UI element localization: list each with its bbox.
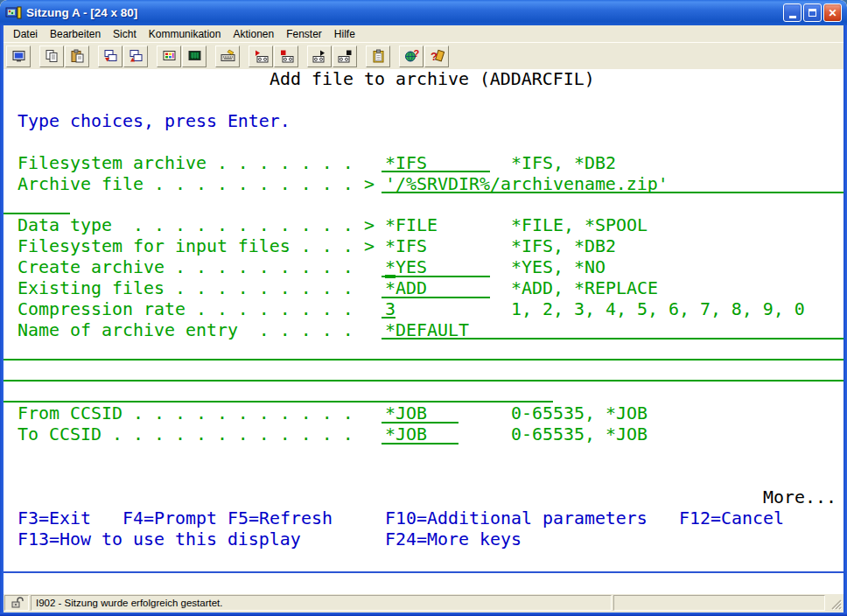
display-setup-button[interactable] bbox=[182, 46, 206, 67]
new-session-icon bbox=[11, 49, 26, 63]
terminal-text: *IFS, *DB2 bbox=[511, 236, 616, 257]
record-macro-icon bbox=[254, 49, 269, 63]
input-field-underline[interactable] bbox=[4, 359, 844, 360]
resize-grip[interactable] bbox=[827, 595, 843, 611]
menu-item-datei[interactable]: Datei bbox=[7, 26, 44, 42]
stop-macro-button[interactable] bbox=[274, 46, 298, 67]
terminal-text: Create archive . . . . . . . . . bbox=[18, 257, 354, 278]
maximize-icon bbox=[808, 9, 816, 17]
help-button[interactable]: ? bbox=[424, 46, 449, 67]
application-window: Sitzung A - [24 x 80] ✕ Datei Bearbeiten… bbox=[0, 0, 847, 616]
title-bar: Sitzung A - [24 x 80] ✕ bbox=[0, 0, 847, 25]
terminal-text: F10=Additional parameters bbox=[385, 508, 648, 529]
terminal-text: Filesystem archive . . . . . . . bbox=[18, 153, 354, 174]
status-bar: I902 - Sitzung wurde erfolgreich gestart… bbox=[4, 594, 844, 612]
terminal-text: 1, 2, 3, 4, 5, 6, 7, 8, 9, 0 bbox=[511, 299, 805, 320]
input-field-underline[interactable] bbox=[4, 380, 844, 382]
terminal-text: > bbox=[364, 215, 374, 236]
minimize-button[interactable] bbox=[783, 4, 802, 22]
terminal-text: Add file to archive (ADDARCFIL) bbox=[270, 69, 595, 90]
window-title: Sitzung A - [24 x 80] bbox=[26, 6, 783, 19]
connection-status-icon bbox=[10, 597, 24, 609]
input-field-underline bbox=[382, 297, 490, 298]
receive-file-button[interactable] bbox=[123, 46, 148, 67]
record-macro-button[interactable] bbox=[248, 46, 273, 67]
terminal-text: F13=How to use this display bbox=[18, 529, 301, 550]
input-field-underline bbox=[382, 443, 458, 444]
send-file-icon bbox=[103, 49, 118, 63]
terminal-text: F12=Cancel bbox=[679, 508, 784, 529]
maximize-button[interactable] bbox=[803, 4, 822, 22]
input-field-underline bbox=[382, 276, 490, 277]
terminal-text: F3=Exit bbox=[18, 508, 91, 529]
window-border-left bbox=[0, 25, 4, 616]
menu-item-aktionen[interactable]: Aktionen bbox=[227, 26, 280, 42]
window-border-right bbox=[844, 25, 847, 616]
send-file-button[interactable] bbox=[98, 46, 122, 67]
terminal-screen[interactable]: Add file to archive (ADDARCFIL)Type choi… bbox=[4, 69, 844, 571]
status-icon-cell bbox=[4, 595, 29, 611]
terminal-text: F5=Refresh bbox=[228, 508, 332, 529]
keyboard-setup-icon bbox=[220, 49, 235, 63]
input-field-underline[interactable] bbox=[4, 401, 553, 402]
clipboard-button[interactable] bbox=[366, 46, 390, 67]
terminal-text: F4=Prompt bbox=[122, 508, 217, 529]
input-field-underline bbox=[382, 338, 844, 340]
status-aux-cell bbox=[613, 595, 825, 611]
paste-button[interactable] bbox=[65, 46, 89, 67]
terminal-text: Existing files . . . . . . . . . bbox=[18, 278, 354, 299]
terminal-text: Data type . . . . . . . . . . . bbox=[18, 215, 354, 236]
copy-button[interactable] bbox=[39, 46, 64, 67]
new-session-button[interactable] bbox=[6, 46, 31, 67]
menu-item-kommunikation[interactable]: Kommunikation bbox=[143, 26, 228, 42]
terminal-input-field[interactable]: *FILE bbox=[385, 215, 438, 236]
terminal-text: Compression rate . . . . . . . . bbox=[18, 299, 354, 320]
terminal-text: *YES, *NO bbox=[511, 257, 606, 278]
close-button[interactable]: ✕ bbox=[823, 4, 842, 22]
minimize-icon bbox=[789, 16, 796, 18]
menu-item-bearbeiten[interactable]: Bearbeiten bbox=[44, 26, 107, 42]
terminal-text: Name of archive entry . . . . . bbox=[18, 320, 354, 341]
close-icon: ✕ bbox=[828, 7, 836, 19]
session-app-icon bbox=[5, 5, 23, 21]
input-field-underline bbox=[382, 171, 490, 172]
color-setup-button[interactable] bbox=[157, 46, 181, 67]
display-setup-icon bbox=[187, 49, 202, 63]
svg-text:?: ? bbox=[430, 50, 438, 63]
terminal-text: *FILE, *SPOOL bbox=[511, 215, 648, 236]
text-cursor bbox=[385, 275, 396, 278]
menu-item-hilfe[interactable]: Hilfe bbox=[328, 26, 361, 42]
play-macro-icon bbox=[312, 49, 327, 63]
terminal-text: > bbox=[364, 236, 374, 257]
terminal-input-field[interactable]: *IFS bbox=[385, 236, 427, 257]
clipboard-icon bbox=[371, 49, 386, 63]
terminal-text: Filesystem for input files . . . bbox=[18, 236, 354, 257]
window-border-bottom bbox=[0, 612, 847, 616]
terminal-text: From CCSID . . . . . . . . . . . bbox=[18, 403, 354, 424]
input-field-underline bbox=[382, 317, 396, 318]
play-macro-button[interactable] bbox=[307, 46, 332, 67]
color-setup-icon bbox=[162, 49, 177, 63]
web-help-button[interactable]: ? bbox=[399, 46, 424, 67]
web-help-icon: ? bbox=[404, 49, 419, 63]
input-field-underline[interactable] bbox=[4, 213, 70, 214]
terminal-text: Type choices, press Enter. bbox=[18, 111, 290, 132]
terminal-text: To CCSID . . . . . . . . . . . . bbox=[18, 424, 354, 445]
oia-row bbox=[4, 573, 844, 594]
input-field-underline bbox=[382, 192, 844, 193]
terminal-text: *ADD, *REPLACE bbox=[511, 278, 658, 299]
terminal-text: More... bbox=[763, 487, 836, 508]
keyboard-setup-button[interactable] bbox=[215, 46, 240, 67]
menu-item-fenster[interactable]: Fenster bbox=[280, 26, 328, 42]
help-icon: ? bbox=[430, 49, 444, 63]
pause-macro-button[interactable] bbox=[332, 46, 357, 67]
copy-icon bbox=[45, 49, 60, 63]
terminal-text: F24=More keys bbox=[385, 529, 522, 550]
pause-macro-icon bbox=[338, 49, 353, 63]
svg-text:?: ? bbox=[413, 49, 419, 59]
paste-icon bbox=[70, 49, 85, 63]
receive-file-icon bbox=[129, 49, 144, 63]
menu-item-sicht[interactable]: Sicht bbox=[107, 26, 143, 42]
terminal-text: 0-65535, *JOB bbox=[511, 403, 648, 424]
status-message: I902 - Sitzung wurde erfolgreich gestart… bbox=[31, 595, 612, 611]
